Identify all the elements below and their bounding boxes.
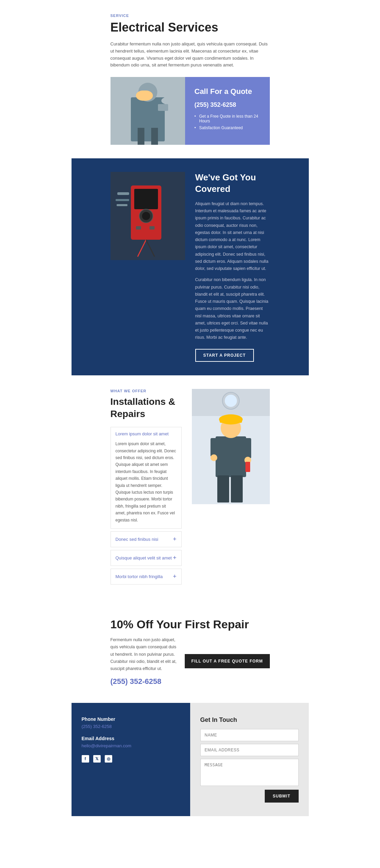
accordion-body-1: Lorem ipsum dolor sit amet, consectetur … — [111, 440, 181, 528]
social-links: f 𝕏 ◎ — [82, 755, 180, 763]
accordion-title-3: Quisque aliquet velit sit amet — [116, 555, 172, 560]
service-section: SERVICE Electrical Services Curabitur fe… — [72, 0, 309, 158]
quote-list: Get a Free Quote in less than 24 Hours S… — [195, 114, 260, 132]
discount-section: 10% Off Your First Repair Fermentum null… — [72, 601, 309, 703]
submit-button[interactable]: SUBMIT — [265, 790, 299, 803]
footer-section: Phone Number (255) 352-6258 Email Addres… — [72, 703, 309, 816]
phone-value: (255) 352-6258 — [82, 724, 180, 729]
electrician-image — [111, 77, 185, 145]
accordion-item-4: Morbi tortor nibh fringilla + — [111, 569, 182, 585]
svg-rect-18 — [116, 199, 129, 201]
svg-rect-1 — [131, 97, 165, 141]
svg-rect-31 — [211, 438, 217, 457]
quote-title: Call For a Quote — [195, 87, 260, 96]
accordion-header-4[interactable]: Morbi tortor nibh fringilla + — [111, 569, 181, 584]
installations-section: WHAT WE OFFER Installations & Repairs Lo… — [72, 375, 309, 601]
quote-phone: (255) 352-6258 — [195, 101, 260, 108]
accordion-header-3[interactable]: Quisque aliquet velit sit amet + — [111, 550, 181, 566]
svg-rect-6 — [158, 104, 168, 111]
footer-left: Phone Number (255) 352-6258 Email Addres… — [72, 703, 190, 816]
footer-right: Get In Touch SUBMIT — [190, 703, 309, 816]
facebook-icon[interactable]: f — [82, 755, 89, 763]
covered-desc-1: Aliquam feugiat ut diam non tempus. Inte… — [195, 200, 270, 273]
covered-section: We've Got You Covered Aliquam feugiat ut… — [72, 158, 309, 375]
accordion-title-2: Donec sed finibus nisi — [116, 537, 158, 542]
covered-image — [111, 172, 185, 260]
discount-description: Fermentum nulla non justo aliquet, quis … — [111, 636, 178, 672]
multimeter-image — [111, 172, 185, 260]
svg-rect-34 — [231, 475, 243, 502]
covered-desc-2: Curabitur non bibendum ligula. In non pu… — [195, 276, 270, 341]
email-input[interactable] — [200, 744, 299, 756]
svg-rect-4 — [138, 128, 144, 145]
accordion-plus-3: + — [173, 554, 177, 561]
twitter-icon[interactable]: 𝕏 — [93, 755, 101, 763]
worker-svg-container — [192, 389, 270, 504]
svg-rect-17 — [117, 192, 129, 195]
accordion-item-1: Lorem ipsum dolor sit amet Lorem ipsum d… — [111, 427, 182, 529]
discount-phone: (255) 352-6258 — [111, 677, 178, 686]
installations-right — [192, 389, 270, 587]
email-label: Email Address — [82, 736, 180, 741]
service-two-col: Call For a Quote (255) 352-6258 Get a Fr… — [111, 77, 270, 145]
phone-label: Phone Number — [82, 716, 180, 722]
start-project-button[interactable]: START A PROJECT — [195, 349, 254, 362]
worker-svg — [192, 389, 270, 504]
accordion-item-3: Quisque aliquet velit sit amet + — [111, 550, 182, 566]
installations-title: Installations & Repairs — [111, 396, 182, 420]
installations-label: WHAT WE OFFER — [111, 389, 182, 393]
quote-bullet-1: Get a Free Quote in less than 24 Hours — [195, 114, 260, 123]
svg-point-7 — [161, 97, 172, 104]
discount-left: Fermentum nulla non justo aliquet, quis … — [111, 636, 178, 686]
svg-rect-3 — [136, 91, 153, 101]
fill-quote-button[interactable]: FILL OUT A FREE QUOTE FORM — [185, 654, 270, 668]
svg-point-12 — [142, 212, 150, 220]
accordion-item-2: Donec sed finibus nisi + — [111, 531, 182, 547]
svg-point-32 — [211, 454, 217, 461]
get-in-touch-title: Get In Touch — [200, 716, 299, 724]
svg-rect-28 — [244, 438, 251, 458]
discount-row: Fermentum nulla non justo aliquet, quis … — [111, 636, 270, 686]
covered-title: We've Got You Covered — [195, 172, 270, 195]
name-input[interactable] — [200, 729, 299, 741]
service-title: Electrical Services — [111, 20, 270, 35]
svg-rect-27 — [220, 419, 242, 423]
instagram-icon[interactable]: ◎ — [105, 755, 112, 763]
accordion-header-2[interactable]: Donec sed finibus nisi + — [111, 532, 181, 547]
multimeter-svg — [111, 172, 185, 260]
svg-rect-33 — [217, 475, 229, 502]
accordion-plus-2: + — [173, 536, 177, 543]
worker-image — [192, 389, 270, 504]
service-description: Curabitur fermentum nulla non justo aliq… — [111, 41, 270, 69]
email-value: hello@divirepairman.com — [82, 743, 180, 748]
svg-rect-24 — [216, 436, 246, 477]
message-textarea[interactable] — [200, 759, 299, 786]
discount-title: 10% Off Your First Repair — [111, 618, 270, 631]
svg-rect-13 — [136, 226, 141, 230]
accordion-title-1: Lorem ipsum dolor sit amet — [116, 431, 169, 436]
svg-rect-30 — [245, 462, 250, 472]
service-image — [111, 77, 185, 145]
accordion-title-4: Morbi tortor nibh fringilla — [116, 574, 163, 579]
svg-point-23 — [225, 395, 237, 407]
quote-box: Call For a Quote (255) 352-6258 Get a Fr… — [185, 77, 270, 145]
accordion-header-1[interactable]: Lorem ipsum dolor sit amet — [111, 427, 181, 440]
installations-left: WHAT WE OFFER Installations & Repairs Lo… — [111, 389, 182, 587]
covered-content: We've Got You Covered Aliquam feugiat ut… — [195, 172, 270, 361]
svg-rect-19 — [117, 204, 127, 206]
quote-bullet-2: Satisfaction Guaranteed — [195, 125, 260, 130]
accordion-plus-4: + — [173, 573, 177, 580]
svg-rect-10 — [134, 189, 158, 209]
service-label: SERVICE — [111, 14, 270, 18]
svg-rect-5 — [151, 128, 158, 145]
svg-rect-14 — [149, 226, 155, 230]
electrician-svg — [111, 77, 185, 145]
